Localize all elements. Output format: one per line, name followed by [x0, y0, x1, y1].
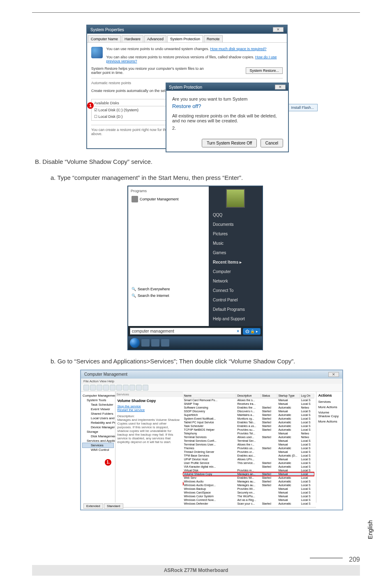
- tree-item[interactable]: System Tools: [83, 398, 113, 402]
- service-row[interactable]: Task SchedulerEnables a us...StartedAuto…: [183, 424, 314, 428]
- toolbar-icon[interactable]: [97, 385, 102, 390]
- tree-item[interactable]: Shared Folders: [83, 411, 113, 416]
- power-button[interactable]: ⏻ 🔒 ▸: [243, 328, 261, 335]
- tree-item[interactable]: Event Viewer: [83, 407, 113, 411]
- action-item[interactable]: More Actions: [318, 404, 341, 410]
- close-icon[interactable]: ✕: [275, 85, 286, 90]
- service-row[interactable]: VIA Karaoke digital mix...StartedAutomat…: [183, 465, 314, 469]
- service-row[interactable]: Windows Color SystemThe WcsPlu...ManualL…: [183, 494, 314, 498]
- service-row[interactable]: TelephonyProvides Tel...ManualNetwo: [183, 432, 314, 435]
- dialog-title: System Protection: [169, 85, 202, 90]
- toolbar-icon[interactable]: [143, 385, 148, 390]
- tab-computer-name[interactable]: Computer Name: [88, 35, 121, 42]
- toolbar-icon[interactable]: [136, 385, 142, 390]
- service-row[interactable]: Virtual DiskProvides m...ManualLocal S: [183, 469, 314, 472]
- tree-item[interactable]: Storage: [83, 430, 113, 434]
- program-item[interactable]: Computer Management: [131, 195, 206, 204]
- sm-item-default-programs[interactable]: Default Programs: [211, 305, 260, 314]
- service-row[interactable]: Software LicensingEnables the ...Started…: [183, 406, 314, 409]
- tree-root[interactable]: Computer Management (Local): [83, 393, 113, 398]
- sm-item-network[interactable]: Network: [211, 276, 260, 286]
- toolbar-icon[interactable]: [90, 385, 96, 390]
- taskbar-icon[interactable]: [161, 339, 169, 347]
- search-input[interactable]: computer management ×: [130, 328, 241, 335]
- service-row[interactable]: TPM Base ServicesEnables acc...Automatic…: [183, 454, 314, 457]
- search-everywhere[interactable]: 🔍 Search Everywhere: [131, 286, 206, 292]
- action-item[interactable]: Volume Shadow Copy: [318, 410, 341, 419]
- tab-extended[interactable]: Extended: [83, 503, 103, 509]
- start-orb-icon[interactable]: [130, 338, 140, 348]
- service-row[interactable]: Web ServEnables Wi...StartedAutomaticLoc…: [183, 476, 314, 480]
- tree-item[interactable]: Services: [83, 443, 113, 448]
- sm-item-games[interactable]: Games: [211, 248, 260, 257]
- sm-item-connect-to[interactable]: Connect To: [211, 286, 260, 295]
- tab-system-protection[interactable]: System Protection: [167, 35, 203, 42]
- tree-item[interactable]: Task Scheduler: [83, 402, 113, 407]
- tree-item[interactable]: Reliability and Performa: [83, 420, 113, 425]
- service-row[interactable]: UPnP Device HostAllows UPn...ManualLocal…: [183, 457, 314, 461]
- toolbar-icon[interactable]: [129, 385, 135, 390]
- sm-item-recent-items[interactable]: Recent Items ▸: [211, 257, 260, 267]
- sm-item-help-and-support[interactable]: Help and Support: [211, 314, 260, 324]
- service-row[interactable]: Windows Connect Now...Act as a Reg...Man…: [183, 498, 314, 502]
- stop-link[interactable]: Stop the service: [117, 404, 180, 408]
- sp-link1[interactable]: How much disk space is required?: [210, 47, 266, 51]
- action-item[interactable]: More Actions: [318, 419, 341, 424]
- service-row[interactable]: Terminal Services Confi...Terminal Ser..…: [183, 439, 314, 443]
- sm-item-pictures[interactable]: Pictures: [211, 229, 260, 239]
- dialog-msg: All existing restore points on the disk …: [172, 113, 282, 123]
- restart-link[interactable]: Restart the service: [117, 408, 180, 412]
- user-picture[interactable]: [226, 189, 245, 208]
- service-row[interactable]: Windows DefenderScan your c...StartedAut…: [183, 502, 314, 505]
- tree-item[interactable]: WMI Control: [83, 448, 113, 452]
- service-row[interactable]: Thread Ordering ServerProvides or...Manu…: [183, 450, 314, 454]
- tab-hardware[interactable]: Hardware: [122, 35, 143, 42]
- service-row[interactable]: SuperfetchMaintains a...StartedAutomatic…: [183, 413, 314, 417]
- sm-item-computer[interactable]: Computer: [211, 267, 260, 276]
- service-row[interactable]: TCP/IP NetBIOS HelperProvides su...Start…: [183, 428, 314, 432]
- taskbar-icon[interactable]: [151, 339, 159, 347]
- service-row[interactable]: User Profile ServiceThis service...Start…: [183, 461, 314, 465]
- footer: ASRock Z77M Motherboard: [32, 565, 360, 576]
- clear-icon[interactable]: ×: [237, 329, 239, 333]
- system-restore-button[interactable]: System Restore...: [246, 67, 283, 74]
- service-row[interactable]: Terminal Services User...Allows the r...…: [183, 443, 314, 446]
- close-icon[interactable]: ✕: [328, 372, 339, 377]
- taskbar-icon[interactable]: [141, 339, 150, 347]
- toolbar-icon[interactable]: [116, 385, 122, 390]
- service-row[interactable]: Smart Card Removal Po...Allows the s...M…: [183, 398, 314, 402]
- service-row[interactable]: Windows CardSpaceSecurely en...ManualLoc…: [183, 491, 314, 494]
- tree-item[interactable]: Services and Applications: [83, 439, 113, 443]
- service-row[interactable]: SNMP TrapReceives tra...ManualLocal S: [183, 402, 314, 406]
- action-item[interactable]: Services: [318, 399, 341, 404]
- service-row[interactable]: System Event Notificati...Monitors sy...…: [183, 417, 314, 420]
- search-text: computer management: [132, 329, 174, 333]
- toolbar-icon[interactable]: [83, 385, 89, 390]
- sm-item-control-panel[interactable]: Control Panel: [211, 295, 260, 305]
- toolbar-icon[interactable]: [110, 385, 115, 390]
- install-flash-button[interactable]: Install Flash...: [287, 104, 318, 111]
- tree-item[interactable]: Local Users and Groups: [83, 416, 113, 420]
- tree-item[interactable]: Device Manager: [83, 425, 113, 430]
- service-row[interactable]: Windows BackupProvides Wi...ManualLocal …: [183, 487, 314, 491]
- service-row[interactable]: Terminal ServicesAllows user...StartedAu…: [183, 435, 314, 439]
- service-row[interactable]: Windows Audio Endpoi...Manages au...Star…: [183, 483, 314, 487]
- tab-advanced[interactable]: Advanced: [144, 35, 166, 42]
- toolbar-icon[interactable]: [103, 385, 109, 390]
- service-row[interactable]: Volume Shadow CopyManages an...StartedMa…: [183, 472, 314, 476]
- sm-qqq[interactable]: QQQ: [211, 210, 260, 220]
- cm-menubar[interactable]: File Action View Help: [81, 379, 342, 384]
- service-row[interactable]: Windows AudioManages au...StartedAutomat…: [183, 480, 314, 483]
- close-icon[interactable]: ✕: [273, 27, 284, 32]
- cancel-button[interactable]: Cancel: [261, 139, 283, 147]
- tab-remote[interactable]: Remote: [204, 35, 223, 42]
- search-internet[interactable]: 🔍 Search the Internet: [131, 292, 206, 299]
- sm-item-music[interactable]: Music: [211, 239, 260, 248]
- tree-item[interactable]: Disk Management: [83, 434, 113, 439]
- sm-item-documents[interactable]: Documents: [211, 220, 260, 229]
- toolbar-icon[interactable]: [123, 385, 129, 390]
- service-row[interactable]: ThemesProvides us...StartedAutomaticLoca…: [183, 446, 314, 450]
- service-row[interactable]: SSDP DiscoveryDiscovers n...StartedManua…: [183, 409, 314, 413]
- service-row[interactable]: Tablet PC Input ServiceEnables Tab...Sta…: [183, 420, 314, 424]
- turn-off-button[interactable]: Turn System Restore Off: [202, 139, 257, 147]
